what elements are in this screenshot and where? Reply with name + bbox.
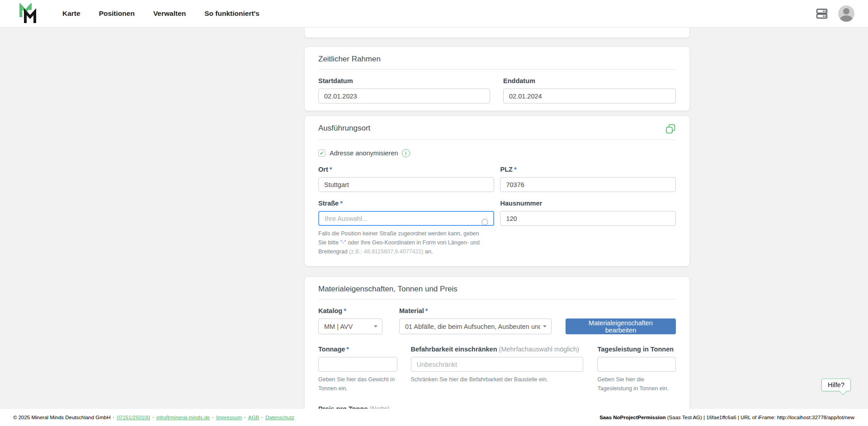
required-marker: * [330, 166, 332, 173]
card-previous-section-partial [305, 28, 689, 37]
hausnummer-input[interactable] [500, 211, 676, 226]
plz-input[interactable] [500, 177, 676, 192]
tagesleistung-helper-text: Geben Sie hier die Tagesleistung in Tonn… [597, 375, 676, 393]
footer-email-link[interactable]: info@mineral-minds.de [156, 415, 210, 420]
card-title: Zeitlicher Rahmen [318, 55, 676, 64]
nav-item-positionen[interactable]: Positionen [99, 9, 135, 18]
nav-item-verwalten[interactable]: Verwalten [153, 9, 186, 18]
nav-item-karte[interactable]: Karte [62, 9, 80, 18]
navbar-right [816, 5, 854, 22]
card-materialeigenschaften: Materialeigenschaften, Tonnen und Preis … [305, 277, 689, 426]
materialeigenschaften-bearbeiten-button[interactable]: Materialeigenschaften bearbeiten [566, 318, 676, 334]
enddatum-label: Enddatum [503, 77, 535, 84]
footer-phone-link[interactable]: 07151/250100 [117, 415, 150, 420]
footer: © 2025 Mineral Minds Deutschland GmbH · … [0, 409, 868, 426]
required-marker: * [346, 346, 349, 353]
help-button[interactable]: Hilfe? [821, 379, 851, 391]
strasse-input[interactable] [318, 211, 494, 226]
required-marker: * [425, 307, 428, 314]
info-icon[interactable]: i [402, 149, 410, 157]
tagesleistung-label: Tagesleistung in Tonnen [597, 346, 674, 353]
anonymize-checkbox-row[interactable]: ✓ Adresse anonymisieren i [318, 149, 676, 157]
nav-item-so-funktionierts[interactable]: So funktioniert's [204, 9, 259, 18]
strasse-label: Straße* [318, 200, 343, 207]
card-ausfuehrungsort: Ausführungsort ✓ Adresse anonymisieren i… [305, 116, 689, 266]
enddatum-input[interactable] [503, 89, 676, 103]
card-zeitlicher-rahmen: Zeitlicher Rahmen Startdatum Enddatum [305, 47, 689, 111]
main-nav: Karte Positionen Verwalten So funktionie… [62, 9, 259, 18]
footer-impressum-link[interactable]: Impressum [216, 415, 242, 420]
chevron-down-icon [543, 325, 547, 328]
anonymize-checkbox[interactable]: ✓ [318, 150, 326, 157]
hausnummer-label: Hausnummer [500, 200, 542, 207]
material-label: Material* [399, 307, 428, 314]
divider [318, 299, 676, 300]
avatar-person-icon [843, 8, 849, 14]
befahrbarkeit-helper-text: Schränken Sie hier die Befahrbarkeit der… [411, 375, 584, 384]
plz-label: PLZ* [500, 166, 516, 173]
footer-left: © 2025 Mineral Minds Deutschland GmbH · … [13, 415, 294, 420]
footer-datenschutz-link[interactable]: Datenschutz [265, 415, 294, 420]
startdatum-label: Startdatum [318, 77, 353, 84]
anonymize-label: Adresse anonymisieren [330, 150, 398, 157]
katalog-select[interactable]: MM | AVV [318, 318, 382, 334]
ort-label: Ort* [318, 166, 332, 173]
startdatum-input[interactable] [318, 89, 490, 103]
checkmark-icon: ✓ [320, 150, 324, 156]
top-navbar: Karte Positionen Verwalten So funktionie… [0, 0, 868, 28]
footer-environment-info: Saas NoProjectPermission (Saas Test AG) … [599, 415, 854, 420]
ort-input[interactable] [318, 177, 494, 192]
chevron-down-icon [374, 325, 377, 328]
befahrbarkeit-label: Befahrbarkeit einschränken (Mehrfachausw… [411, 346, 579, 353]
tagesleistung-input[interactable] [597, 357, 676, 372]
footer-agb-link[interactable]: AGB [248, 415, 259, 420]
footer-copyright: © 2025 Mineral Minds Deutschland GmbH [13, 415, 111, 420]
copy-icon[interactable] [665, 124, 676, 134]
divider [318, 69, 676, 70]
strasse-helper-text: Falls die Position keiner Straße zugeord… [318, 229, 487, 256]
befahrbarkeit-input[interactable] [411, 357, 584, 372]
tonnage-helper-text: Geben Sie hier das Gewicht in Tonnen ein… [318, 375, 397, 393]
katalog-label: Katalog* [318, 307, 346, 314]
card-title: Materialeigenschaften, Tonnen und Preis [318, 285, 676, 294]
required-marker: * [340, 200, 343, 207]
user-avatar[interactable] [838, 5, 854, 22]
tonnage-label: Tonnage* [318, 346, 349, 353]
card-title: Ausführungsort [318, 124, 370, 133]
divider [318, 140, 676, 140]
dns-server-icon[interactable] [816, 7, 828, 20]
material-select[interactable]: 01 Abfälle, die beim Aufsuchen, Ausbeute… [399, 318, 552, 334]
required-marker: * [344, 307, 346, 314]
mineral-minds-logo[interactable] [19, 3, 38, 24]
required-marker: * [514, 166, 517, 173]
tonnage-input[interactable] [318, 357, 397, 372]
